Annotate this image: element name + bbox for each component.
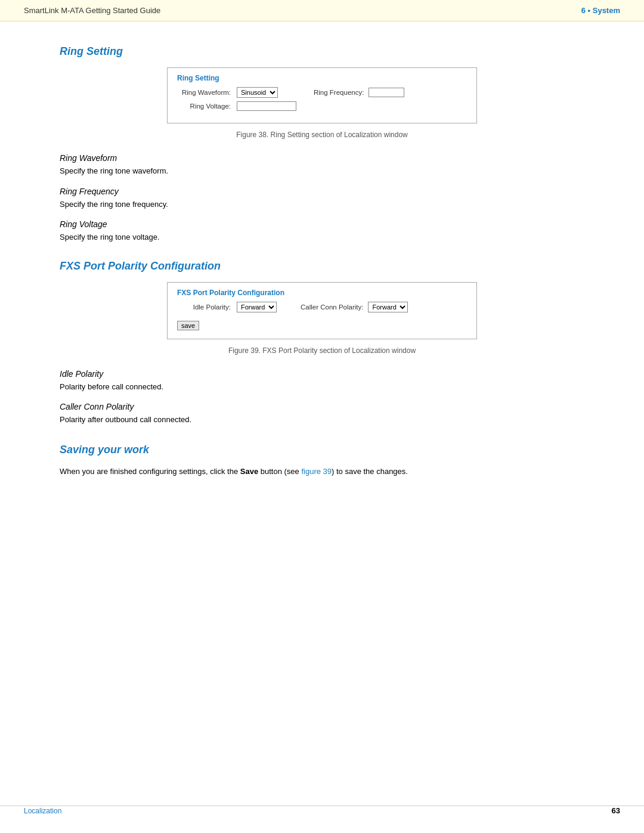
footer-left: Localization: [24, 807, 61, 815]
main-content: Ring Setting Ring Setting Ring Waveform:…: [0, 21, 644, 525]
ring-setting-figure-box: Ring Setting Ring Waveform: Sinusoid Rin…: [167, 67, 477, 123]
saving-text-bold: Save: [240, 467, 258, 476]
idle-polarity-text: Polarity before call connected.: [60, 381, 584, 393]
ring-frequency-input[interactable]: [369, 88, 404, 97]
ring-waveform-select[interactable]: Sinusoid: [237, 87, 278, 98]
page-header: SmartLink M-ATA Getting Started Guide 6 …: [0, 0, 644, 21]
idle-polarity-select[interactable]: Forward: [237, 302, 277, 312]
ring-frequency-label: Ring Frequency:: [314, 89, 364, 96]
idle-polarity-heading: Idle Polarity: [60, 369, 584, 379]
ring-waveform-heading: Ring Waveform: [60, 153, 584, 163]
ring-voltage-heading: Ring Voltage: [60, 219, 584, 229]
save-button-row: save: [177, 317, 467, 330]
idle-polarity-label: Idle Polarity:: [177, 304, 237, 311]
saving-body-text: When you are finished configuring settin…: [60, 466, 584, 478]
saving-heading: Saving your work: [60, 444, 584, 456]
page-footer: Localization 63: [0, 806, 644, 815]
saving-text-prefix: When you are finished configuring settin…: [60, 467, 240, 476]
ring-voltage-label: Ring Voltage:: [177, 103, 237, 110]
ring-voltage-row: Ring Voltage:: [177, 101, 467, 111]
footer-page-number: 63: [612, 806, 620, 815]
ring-setting-caption: Figure 38. Ring Setting section of Local…: [60, 131, 584, 139]
fxs-figure-container: FXS Port Polarity Configuration Idle Pol…: [60, 282, 584, 344]
ring-setting-figure-container: Ring Setting Ring Waveform: Sinusoid Rin…: [60, 67, 584, 128]
fxs-heading: FXS Port Polarity Configuration: [60, 260, 584, 272]
ring-setting-box-title: Ring Setting: [177, 74, 467, 82]
ring-waveform-row: Ring Waveform: Sinusoid Ring Frequency:: [177, 87, 467, 98]
ring-voltage-input[interactable]: [237, 101, 296, 111]
fxs-caption: Figure 39. FXS Port Polarity section of …: [60, 346, 584, 355]
fxs-box-title: FXS Port Polarity Configuration: [177, 289, 467, 297]
saving-text-suffix: ) to save the changes.: [332, 467, 408, 476]
saving-section: Saving your work When you are finished c…: [60, 444, 584, 478]
saving-link[interactable]: figure 39: [301, 467, 332, 476]
ring-setting-heading: Ring Setting: [60, 45, 584, 58]
ring-voltage-text: Specify the ring tone voltage.: [60, 231, 584, 243]
caller-conn-polarity-select[interactable]: Forward: [368, 302, 408, 312]
fxs-figure-box: FXS Port Polarity Configuration Idle Pol…: [167, 282, 477, 339]
caller-conn-polarity-text: Polarity after outbound call connected.: [60, 414, 584, 426]
idle-polarity-row: Idle Polarity: Forward Caller Conn Polar…: [177, 302, 467, 312]
ring-waveform-text: Specify the ring tone waveform.: [60, 165, 584, 177]
save-button[interactable]: save: [177, 321, 199, 330]
guide-title: SmartLink M-ATA Getting Started Guide: [24, 6, 160, 15]
ring-waveform-label: Ring Waveform:: [177, 89, 237, 96]
ring-frequency-text: Specify the ring tone frequency.: [60, 199, 584, 210]
saving-text-middle: button (see: [258, 467, 301, 476]
caller-conn-polarity-heading: Caller Conn Polarity: [60, 402, 584, 411]
caller-conn-polarity-label: Caller Conn Polarity:: [301, 304, 363, 311]
chapter-label: 6 • System: [581, 6, 620, 15]
ring-frequency-heading: Ring Frequency: [60, 187, 584, 196]
